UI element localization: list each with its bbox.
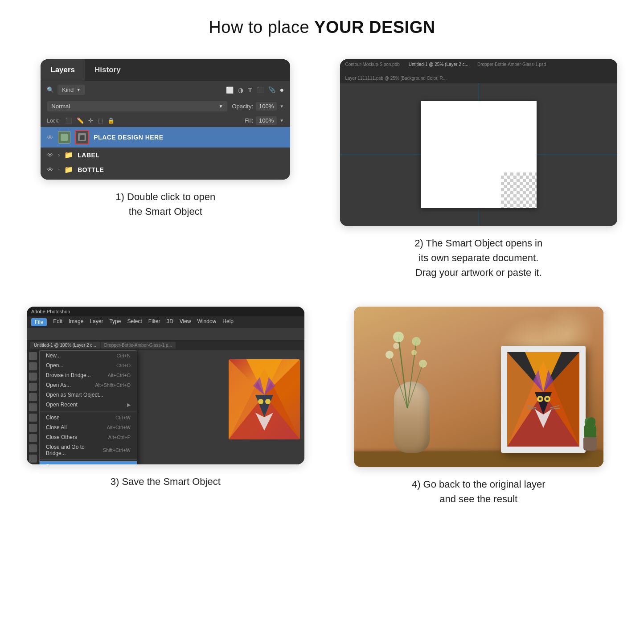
tab-layers[interactable]: Layers (41, 59, 85, 81)
step-3-cell: Adobe Photoshop File Edit Image Layer Ty… (27, 307, 304, 506)
opacity-value[interactable]: 100% (256, 102, 277, 111)
shape-filter-icon[interactable]: ⬛ (257, 86, 264, 93)
photo-result-screenshot (354, 307, 603, 467)
smart-object-icon: ⬛ (78, 133, 86, 141)
menu-type[interactable]: Type (109, 318, 121, 326)
canvas-area (340, 83, 618, 226)
layer-row-place-design[interactable]: 👁 ⬛ PLACE DESIGN HERE (41, 127, 290, 148)
svg-point-8 (265, 399, 271, 404)
svg-line-13 (407, 364, 423, 408)
plant-pot (583, 437, 597, 451)
menu-edit[interactable]: Edit (53, 318, 62, 326)
chevron-down-icon: ▼ (76, 87, 81, 92)
tool-1[interactable] (29, 352, 37, 360)
canvas-panel-screenshot: Contour-Mockup-Sipon.pdb Untitled-1 @ 25… (340, 59, 618, 226)
menu-select[interactable]: Select (127, 318, 142, 326)
layers-panel: Layers History 🔍 Kind ▼ ⬜ ◑ T ⬛ 📎 (41, 59, 290, 180)
tool-11[interactable] (29, 455, 37, 463)
fill-value[interactable]: 100% (256, 116, 277, 125)
menu-filter[interactable]: Filter (148, 318, 160, 326)
ps-menubar: File Edit Image Layer Type Select Filter… (27, 316, 304, 328)
svg-point-15 (412, 337, 421, 346)
filter-kind-dropdown[interactable]: Kind ▼ (57, 85, 85, 95)
expand-arrow-bottle[interactable]: › (58, 167, 60, 173)
toggle-filter-icon[interactable]: ● (280, 86, 284, 94)
tool-9[interactable] (29, 434, 37, 442)
menu-item-close-bridge[interactable]: Close and Go to Bridge...Shift+Ctrl+W (40, 442, 137, 458)
menu-item-new[interactable]: New...Ctrl+N (40, 351, 137, 361)
menu-image[interactable]: Image (69, 318, 83, 326)
adjustment-filter-icon[interactable]: ◑ (238, 86, 243, 94)
ps-toolbar-row (27, 328, 304, 340)
tool-4[interactable] (29, 383, 37, 391)
menu-item-open-as[interactable]: Open As...Alt+Shift+Ctrl+O (40, 380, 137, 390)
lock-row: Lock: ⬛ ✏️ ✛ ⬚ 🔒 Fill: 100% ▼ (41, 114, 290, 127)
menu-item-bridge[interactable]: Browse in Bridge...Alt+Ctrl+O (40, 370, 137, 380)
lock-all-icon[interactable]: 🔒 (107, 117, 115, 124)
layer-row-bottle[interactable]: 👁 › 📁 BOTTLE (41, 162, 290, 177)
menu-help[interactable]: Help (222, 318, 234, 326)
lock-icons: ⬛ ✏️ ✛ ⬚ 🔒 (65, 117, 115, 124)
smart-filter-icon[interactable]: 📎 (268, 86, 275, 93)
menu-layer[interactable]: Layer (90, 318, 103, 326)
blend-mode-dropdown[interactable]: Normal ▼ (47, 101, 227, 111)
menu-item-close[interactable]: CloseCtrl+W (40, 413, 137, 422)
doc-tab-2[interactable]: Dropper-Bottle-Amber-Glass-1 p... (101, 342, 176, 349)
ps-app-name: Adobe Photoshop (31, 309, 70, 314)
divider-2 (40, 459, 137, 460)
eye-icon-place-design[interactable]: 👁 (47, 134, 53, 141)
menu-item-close-all[interactable]: Close AllAlt+Ctrl+W (40, 422, 137, 432)
menu-window[interactable]: Window (197, 318, 217, 326)
step-2-caption: 2) The Smart Object opens inits own sepa… (414, 236, 542, 280)
menu-file[interactable]: File (31, 318, 47, 326)
folder-icon-label: 📁 (64, 151, 73, 159)
title-tab-1: Contour-Mockup-Sipon.pdb (345, 62, 400, 67)
lock-image-icon[interactable]: ✏️ (77, 117, 84, 124)
menu-view[interactable]: View (180, 318, 191, 326)
shelf (354, 451, 603, 467)
doc-tab-1[interactable]: Untitled-1 @ 100% (Layer 2 c... (30, 342, 100, 349)
checker-pattern (501, 172, 537, 208)
tool-7[interactable] (29, 414, 37, 422)
svg-point-14 (393, 332, 404, 342)
tab-history[interactable]: History (85, 59, 131, 81)
tool-5[interactable] (29, 393, 37, 401)
lock-transparent-icon[interactable]: ⬛ (65, 117, 72, 124)
lock-position-icon[interactable]: ✛ (88, 117, 93, 124)
tool-8[interactable] (29, 424, 37, 432)
eye-icon-label[interactable]: 👁 (47, 151, 53, 159)
opacity-arrow: ▼ (279, 104, 284, 109)
search-icon: 🔍 (47, 86, 54, 93)
menu-item-save[interactable]: SaveCtrl+S (40, 461, 137, 464)
layers-filter-row: 🔍 Kind ▼ ⬜ ◑ T ⬛ 📎 ● (41, 81, 290, 98)
layer-row-label[interactable]: 👁 › 📁 LABEL (41, 148, 290, 162)
cat-polygon-art-step3 (229, 359, 300, 439)
tool-3[interactable] (29, 373, 37, 381)
eye-icon-bottle[interactable]: 👁 (47, 166, 53, 173)
folder-icon-bottle: 📁 (64, 165, 73, 174)
small-plant (581, 422, 599, 453)
pixel-filter-icon[interactable]: ⬜ (226, 86, 234, 94)
cat-artwork-step3 (229, 359, 300, 439)
type-filter-icon[interactable]: T (248, 86, 252, 94)
plant-svg (381, 328, 434, 408)
layers-tabs: Layers History (41, 59, 290, 81)
menu-item-open[interactable]: Open...Ctrl+O (40, 361, 137, 370)
tool-2[interactable] (29, 362, 37, 370)
step-1-caption: 1) Double click to openthe Smart Object (115, 189, 215, 219)
blend-opacity-row: Normal ▼ Opacity: 100% ▼ (41, 98, 290, 114)
menu-item-smart[interactable]: Open as Smart Object... (40, 390, 137, 400)
svg-point-16 (386, 351, 394, 359)
chevron-down-icon: ▼ (219, 104, 223, 109)
ps-workspace: New...Ctrl+N Open...Ctrl+O Browse in Bri… (39, 350, 304, 464)
tool-10[interactable] (29, 444, 37, 452)
menu-item-close-others[interactable]: Close OthersAlt+Ctrl+P (40, 432, 137, 442)
menu-3d[interactable]: 3D (166, 318, 173, 326)
divider-1 (40, 411, 137, 411)
expand-arrow-label[interactable]: › (58, 152, 60, 158)
canvas-titlebar: Contour-Mockup-Sipon.pdb Untitled-1 @ 25… (340, 59, 618, 83)
menu-item-recent[interactable]: Open Recent▶ (40, 400, 137, 410)
framed-result (501, 346, 586, 453)
tool-6[interactable] (29, 403, 37, 411)
lock-artboard-icon[interactable]: ⬚ (98, 117, 103, 124)
